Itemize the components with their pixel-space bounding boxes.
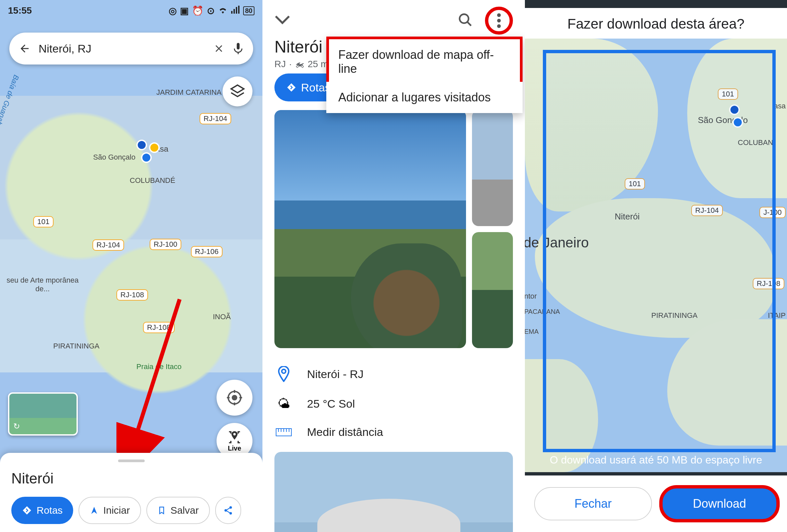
pin-icon: [274, 366, 293, 382]
marker-home-icon[interactable]: [136, 140, 147, 150]
road-rj100: RJ-100: [150, 239, 181, 250]
marker-star-icon[interactable]: [149, 142, 159, 153]
p3-label-ema: EMA: [525, 328, 538, 335]
menu-download-offline[interactable]: Fazer download de mapa off-line: [329, 39, 520, 85]
photo-wide[interactable]: [274, 452, 513, 532]
iniciar-chip[interactable]: Iniciar: [79, 497, 141, 524]
details-top-bar: [262, 0, 525, 35]
place-distance: 25 m: [308, 59, 328, 69]
status-alarm-icon: ⏰: [192, 5, 204, 16]
svg-point-14: [497, 19, 501, 23]
p3-label-ntor: ntor: [525, 292, 537, 301]
download-actions: Fechar Download: [525, 475, 787, 532]
iniciar-label: Iniciar: [103, 505, 130, 516]
download-map-container: de Janeiro São Gonçalo COLUBAN Niterói P…: [525, 39, 787, 472]
salvar-label: Salvar: [170, 505, 198, 516]
svg-point-7: [233, 433, 235, 435]
panel-place-details: Niterói RJ · 🏍 25 m Rotas Fazer download…: [262, 0, 525, 532]
streetview-thumbnail[interactable]: ↻: [8, 392, 78, 436]
photo-side-1[interactable]: [472, 110, 513, 226]
salvar-chip[interactable]: Salvar: [146, 497, 210, 524]
marker-location-icon[interactable]: [141, 152, 152, 163]
info-location-text: Niterói - RJ: [307, 368, 364, 381]
info-location-row[interactable]: Niterói - RJ: [274, 359, 513, 390]
status-signal-icon: [231, 5, 240, 16]
panel-map-search: 15:55 ◎ ▣ ⏰ ⊙ 80 Niterói, RJ Ba: [0, 0, 262, 532]
sheet-grabber[interactable]: [118, 460, 145, 462]
dot-separator: ·: [289, 59, 292, 69]
sun-icon: 🌤: [274, 397, 293, 411]
mic-icon[interactable]: [233, 42, 244, 55]
motorcycle-icon: 🏍: [295, 59, 304, 69]
map-label-colubande: COLUBANDÉ: [130, 176, 175, 185]
road-rj104a: RJ-104: [199, 113, 231, 124]
road-rj106: RJ-106: [191, 246, 222, 257]
search-input[interactable]: Niterói, RJ: [39, 42, 205, 55]
sheet-title: Niterói: [11, 470, 251, 487]
rotas-chip[interactable]: Rotas: [11, 497, 73, 524]
ruler-icon: [274, 428, 293, 436]
map-label-sao-goncalo: São Gonçalo: [93, 153, 135, 161]
place-state: RJ: [274, 59, 286, 69]
layers-button[interactable]: [222, 76, 253, 106]
info-weather-row[interactable]: 🌤 25 °C Sol: [274, 390, 513, 418]
download-size-hint: O download usará até 50 MB do espaço liv…: [525, 454, 787, 466]
share-chip[interactable]: [215, 497, 241, 524]
panel-download-area: Fazer download desta área? de Janeiro Sã…: [525, 0, 787, 532]
info-list: Niterói - RJ 🌤 25 °C Sol Medir distância: [262, 348, 525, 446]
search-icon[interactable]: [458, 12, 473, 29]
more-menu-button[interactable]: [485, 7, 513, 35]
place-bottom-sheet[interactable]: Niterói Rotas Iniciar Salvar: [0, 453, 262, 532]
svg-rect-1: [234, 9, 235, 14]
status-ring-icon: ◎: [169, 5, 177, 16]
status-icons: ◎ ▣ ⏰ ⊙ 80: [169, 5, 254, 16]
download-map[interactable]: de Janeiro São Gonçalo COLUBAN Niterói P…: [525, 39, 787, 472]
map-label-inoa: INOÃ: [213, 313, 231, 321]
live-label: Live: [228, 445, 241, 452]
menu-add-visited[interactable]: Adicionar a lugares visitados: [326, 82, 523, 113]
close-button[interactable]: Fechar: [534, 487, 652, 520]
info-weather-text: 25 °C Sol: [307, 397, 355, 410]
status-location-icon: ⊙: [207, 5, 215, 16]
svg-rect-0: [231, 11, 233, 14]
status-time: 15:55: [8, 5, 32, 16]
map-label-jardim: JARDIM CATARINA: [156, 88, 221, 97]
svg-point-13: [497, 13, 501, 17]
my-location-button[interactable]: [216, 380, 253, 416]
overflow-menu: Fazer download de mapa off-line Adiciona…: [326, 37, 523, 113]
collapse-chevron-icon[interactable]: [274, 12, 291, 30]
clear-icon[interactable]: [213, 43, 225, 54]
streetview-icon: ↻: [13, 422, 20, 431]
svg-rect-2: [236, 7, 237, 14]
photo-gallery: [262, 102, 525, 348]
svg-point-5: [232, 395, 237, 401]
rotas-label: Rotas: [37, 505, 63, 516]
svg-point-12: [460, 14, 469, 23]
svg-line-8: [130, 299, 179, 456]
road-101a: 101: [33, 216, 54, 227]
back-arrow-icon[interactable]: [19, 43, 30, 54]
download-selection-rect[interactable]: [543, 50, 776, 452]
map-label-museu: seu de Arte mporânea de...: [0, 276, 86, 293]
status-battery-icon: 80: [243, 6, 254, 15]
road-rj104b: RJ-104: [92, 239, 124, 251]
photo-side-2[interactable]: [472, 232, 513, 348]
svg-point-15: [497, 24, 501, 28]
map-label-piratininga: PIRATININGA: [53, 342, 100, 351]
photo-main[interactable]: [274, 110, 466, 348]
status-wifi-icon: [218, 5, 228, 16]
info-measure-row[interactable]: Medir distância: [274, 418, 513, 446]
svg-rect-3: [238, 6, 239, 14]
status-bar: 15:55 ◎ ▣ ⏰ ⊙ 80: [0, 0, 262, 21]
search-bar[interactable]: Niterói, RJ: [9, 32, 253, 65]
svg-rect-4: [237, 43, 240, 49]
svg-point-16: [282, 370, 286, 373]
info-measure-text: Medir distância: [307, 426, 383, 439]
download-button[interactable]: Download: [661, 487, 778, 520]
action-chip-row: Rotas Iniciar Salvar: [11, 497, 251, 524]
status-square-icon: ▣: [180, 5, 189, 16]
